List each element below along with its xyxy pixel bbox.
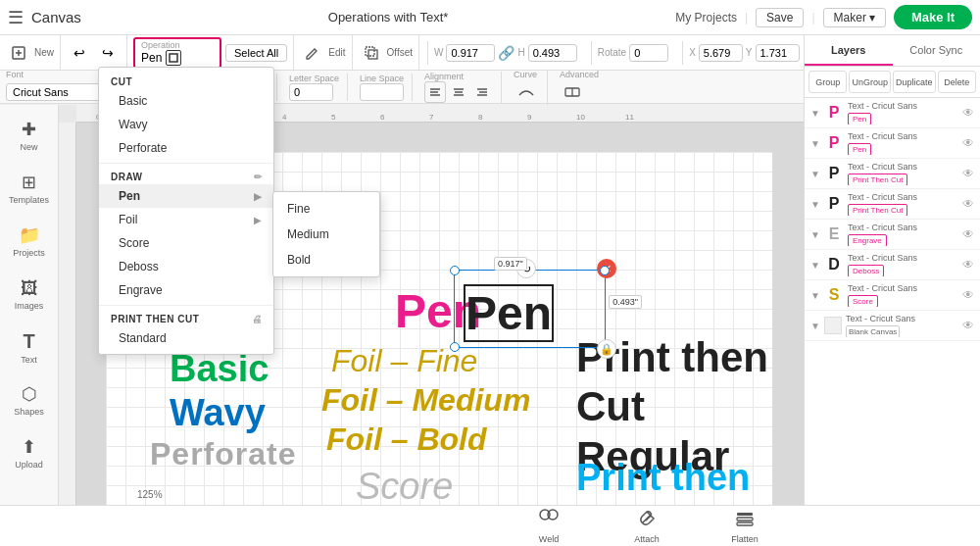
y-position-input[interactable] [756, 44, 800, 62]
line-space-input[interactable] [360, 83, 404, 101]
layer-item[interactable]: ▼ E Text - Cricut Sans Engrave 👁 [805, 220, 980, 250]
align-right-button[interactable] [471, 81, 493, 103]
operation-group[interactable]: Operation Pen [133, 37, 221, 69]
visibility-toggle[interactable]: 👁 [962, 319, 974, 332]
attach-button[interactable]: Attach [617, 508, 676, 544]
text-perforate[interactable]: Perforate [150, 436, 297, 472]
layer-name: Text - Cricut Sans [848, 223, 958, 232]
offset-button[interactable] [359, 40, 384, 66]
text-ptc2[interactable]: Print then Cut Pattern [576, 456, 772, 505]
redo-button[interactable]: ↪ [95, 40, 121, 66]
dd-item-wavy[interactable]: Wavy [99, 113, 273, 136]
width-input[interactable] [446, 44, 495, 62]
pen-medium-item[interactable]: Medium [273, 222, 379, 247]
tab-color-sync[interactable]: Color Sync [893, 35, 981, 66]
align-center-button[interactable] [448, 81, 469, 103]
layer-item[interactable]: ▼ P Text - Cricut Sans Pen 👁 [805, 98, 980, 128]
layer-info: Text - Cricut Sans Engrave [848, 223, 958, 246]
dd-item-foil[interactable]: Foil ▶ [99, 208, 273, 231]
text-foil-bold[interactable]: Foil – Bold [326, 422, 487, 458]
curve-button[interactable] [514, 79, 539, 105]
dd-item-score[interactable]: Score [99, 231, 273, 255]
text-wavy[interactable]: Wavy [170, 392, 266, 434]
layer-name: Text - Cricut Sans [846, 314, 958, 323]
selection-close-button[interactable]: ✕ [597, 259, 616, 278]
selection-rotate-handle[interactable]: ↻ [516, 259, 536, 278]
chevron-down-icon: ▾ [869, 11, 875, 25]
layer-item[interactable]: ▼ P Text - Cricut Sans Pen 👁 [805, 128, 980, 159]
text-foil-fine[interactable]: Foil – Fine [331, 343, 477, 379]
layer-item[interactable]: ▼ P Text - Cricut Sans Print Then Cut 👁 [805, 189, 980, 220]
height-input[interactable] [528, 44, 577, 62]
tab-layers[interactable]: Layers [805, 35, 893, 66]
dd-item-basic[interactable]: Basic [99, 89, 273, 113]
layer-thumbnail: P [824, 164, 844, 183]
weld-button[interactable]: Weld [519, 508, 578, 544]
dd-item-perforate[interactable]: Perforate [99, 136, 273, 160]
letter-space-input[interactable] [289, 83, 333, 101]
duplicate-button[interactable]: Duplicate [893, 71, 936, 93]
sidebar-text-label: Text [21, 355, 37, 365]
dd-item-engrave[interactable]: Engrave [99, 278, 273, 302]
text-score[interactable]: Score [356, 466, 453, 505]
rotate-input[interactable] [629, 44, 668, 62]
layer-item[interactable]: ▼ D Text - Cricut Sans Deboss 👁 [805, 250, 980, 280]
visibility-toggle[interactable]: 👁 [962, 227, 974, 241]
advanced-label: Advanced [560, 70, 599, 79]
sidebar-item-images[interactable]: 🖼 Images [4, 269, 55, 320]
new-button[interactable] [6, 40, 31, 66]
dd-item-standard[interactable]: Standard [99, 326, 273, 350]
edit-button[interactable] [300, 40, 325, 66]
group-button[interactable]: Group [808, 71, 847, 93]
align-left-button[interactable] [424, 81, 446, 103]
select-all-group: Select All [225, 35, 294, 70]
left-sidebar: ✚ New ⊞ Templates 📁 Projects 🖼 Images T … [0, 105, 59, 505]
layer-item[interactable]: ▼ Text - Cricut Sans Blank Canvas 👁 [805, 311, 980, 341]
visibility-toggle[interactable]: 👁 [962, 288, 974, 302]
visibility-toggle[interactable]: 👁 [962, 167, 974, 180]
sidebar-item-upload[interactable]: ⬆ Upload [4, 427, 55, 478]
flatten-icon [734, 508, 756, 534]
sidebar-item-projects[interactable]: 📁 Projects [4, 216, 55, 267]
letter-space-section: Letter Space [289, 74, 348, 101]
resize-handle-tl[interactable] [450, 266, 460, 275]
sidebar-item-text[interactable]: T Text [4, 322, 55, 372]
top-bar: ☰ Canvas Operations with Text* My Projec… [0, 0, 980, 35]
lock-icon[interactable]: 🔗 [498, 45, 514, 61]
sidebar-item-shapes[interactable]: ⬡ Shapes [4, 374, 55, 425]
templates-icon: ⊞ [22, 172, 36, 193]
sidebar-item-new[interactable]: ✚ New [4, 110, 55, 161]
foil-submenu-arrow: ▶ [254, 215, 262, 225]
dd-item-deboss[interactable]: Deboss [99, 255, 273, 278]
resize-handle-tr[interactable] [600, 266, 610, 275]
layer-item[interactable]: ▼ P Text - Cricut Sans Print Then Cut 👁 [805, 159, 980, 189]
save-button[interactable]: Save [756, 8, 804, 27]
text-pen2[interactable]: Pen [464, 284, 554, 342]
offset-group: Offset [359, 35, 420, 70]
visibility-toggle[interactable]: 👁 [962, 106, 974, 120]
make-it-button[interactable]: Make It [894, 5, 972, 29]
dd-item-pen[interactable]: Pen ▶ [99, 184, 273, 208]
maker-button[interactable]: Maker ▾ [823, 8, 886, 27]
layer-info: Text - Cricut Sans Pen [848, 101, 958, 124]
delete-button[interactable]: Delete [938, 71, 976, 93]
pen-fine-item[interactable]: Fine [273, 196, 379, 222]
flatten-button[interactable]: Flatten [715, 508, 774, 544]
layer-item[interactable]: ▼ S Text - Cricut Sans Score 👁 [805, 280, 980, 311]
x-position-input[interactable] [699, 44, 743, 62]
ungroup-button[interactable]: UnGroup [849, 71, 891, 93]
my-projects-button[interactable]: My Projects [675, 11, 737, 25]
undo-button[interactable]: ↩ [67, 40, 92, 66]
select-all-button[interactable]: Select All [225, 44, 287, 62]
layer-thumbnail: S [824, 285, 844, 305]
layer-expand-icon: ▼ [810, 290, 820, 301]
visibility-toggle[interactable]: 👁 [962, 197, 974, 211]
visibility-toggle[interactable]: 👁 [962, 136, 974, 150]
pen-bold-item[interactable]: Bold [273, 247, 379, 273]
advanced-button[interactable] [560, 79, 585, 105]
text-foil-medium[interactable]: Foil – Medium [321, 382, 530, 419]
sidebar-item-templates[interactable]: ⊞ Templates [4, 163, 55, 214]
hamburger-icon[interactable]: ☰ [8, 7, 24, 28]
visibility-toggle[interactable]: 👁 [962, 258, 974, 272]
letter-space-label: Letter Space [289, 74, 339, 83]
